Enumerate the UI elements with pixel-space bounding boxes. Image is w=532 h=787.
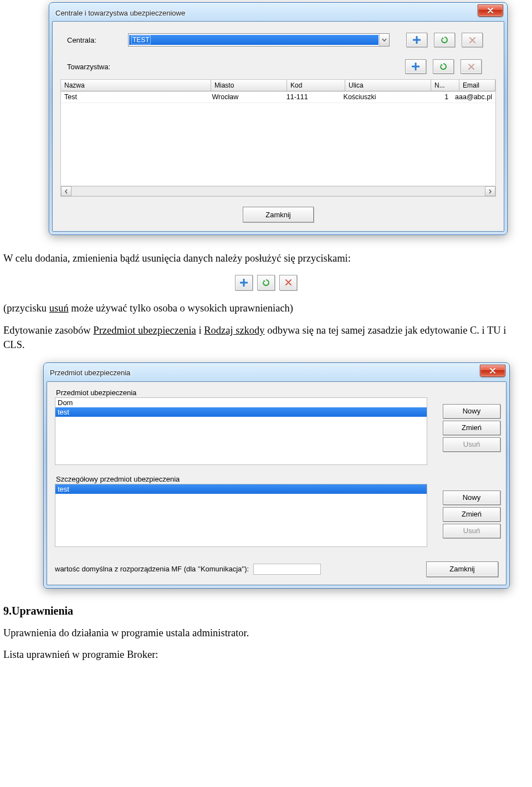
list2-delete-button[interactable]: Usuń <box>443 524 500 538</box>
centrala-dropdown[interactable]: TEST <box>128 33 390 47</box>
list1-new-button[interactable]: Nowy <box>443 404 500 418</box>
scroll-left-button[interactable] <box>61 186 71 196</box>
plus-icon <box>240 279 248 287</box>
refresh-icon <box>441 36 448 44</box>
refresh-icon <box>262 279 270 287</box>
centrala-delete-button[interactable] <box>462 33 483 47</box>
table-hscroll[interactable] <box>61 186 495 196</box>
paragraph-edit-info: Edytowanie zasobów Przedmiot ubezpieczen… <box>3 324 529 352</box>
scroll-right-button[interactable] <box>485 186 495 196</box>
window-title: Przedmiot ubezpieczenia <box>50 369 480 377</box>
chevron-left-icon <box>64 189 68 194</box>
demo-delete-button <box>279 275 297 290</box>
heading-9: 9.Uprawnienia <box>3 603 529 619</box>
list-szczegolowy[interactable]: test <box>55 484 427 547</box>
col-nazwa[interactable]: Nazwa <box>61 80 211 91</box>
list2-new-button[interactable]: Nowy <box>443 490 500 505</box>
plus-icon <box>412 63 420 70</box>
window-title: Centrale i towarzystwa ubezpieczeniowe <box>55 9 478 17</box>
section2-label: Szczegółowy przedmiot ubezpieczenia <box>56 475 498 483</box>
list2-edit-button[interactable]: Zmień <box>443 507 500 522</box>
list1-edit-button[interactable]: Zmień <box>443 421 500 435</box>
dropdown-arrow[interactable] <box>379 34 389 46</box>
window-przedmiot: Przedmiot ubezpieczenia Przedmiot ubezpi… <box>43 362 510 589</box>
towarzystwa-table[interactable]: Nazwa Miasto Kod Ulica N... Email Test W… <box>60 79 496 197</box>
paragraph-lista: Lista uprawnień w programie Broker: <box>3 648 529 662</box>
default-value-input[interactable] <box>253 564 321 575</box>
zamknij-button[interactable]: Zamknij <box>426 561 498 577</box>
col-email[interactable]: Email <box>459 80 495 91</box>
list-item[interactable]: Dom <box>55 398 427 407</box>
paragraph-note: (przycisku usuń może używać tylko osoba … <box>3 301 529 316</box>
chevron-right-icon <box>488 189 492 194</box>
list-item[interactable]: test <box>55 407 427 417</box>
towarzystwa-label: Towarzystwa: <box>60 63 128 71</box>
section1-label: Przedmiot ubezpieczenia <box>56 389 498 397</box>
table-row[interactable]: Test Wrocław 11-111 Kościuszki 1 aaa@abc… <box>61 91 495 103</box>
centrala-label: Centrala: <box>60 36 128 44</box>
window-close-button[interactable] <box>478 4 503 17</box>
delete-icon <box>469 37 476 44</box>
paragraph-administrator: Uprawnienia do działania w programie ust… <box>3 626 529 641</box>
chevron-down-icon <box>382 38 387 42</box>
refresh-icon <box>439 63 447 70</box>
delete-icon <box>285 279 292 286</box>
demo-add-button <box>235 275 253 290</box>
table-header: Nazwa Miasto Kod Ulica N... Email <box>61 80 495 91</box>
default-value-label: wartośc domyślna z rozporządzenia MF (dl… <box>55 565 249 573</box>
col-kod[interactable]: Kod <box>287 80 345 91</box>
demo-refresh-button <box>257 275 275 290</box>
close-icon <box>489 368 496 374</box>
zamknij-button[interactable]: Zamknij <box>243 207 314 222</box>
towarzystwa-refresh-button[interactable] <box>433 59 454 74</box>
list-item[interactable]: test <box>55 484 427 494</box>
close-icon <box>487 8 494 13</box>
centrala-value: TEST <box>131 35 151 44</box>
list1-delete-button[interactable]: Usuń <box>443 437 500 452</box>
paragraph-instructions: W celu dodania, zmienienia bądź usunięci… <box>3 252 529 266</box>
centrala-refresh-button[interactable] <box>434 33 455 47</box>
plus-icon <box>413 36 421 44</box>
towarzystwa-delete-button[interactable] <box>461 59 482 74</box>
window-centrale: Centrale i towarzystwa ubezpieczeniowe C… <box>49 2 508 235</box>
titlebar[interactable]: Centrale i towarzystwa ubezpieczeniowe <box>52 6 504 21</box>
towarzystwa-add-button[interactable] <box>405 59 426 74</box>
titlebar[interactable]: Przedmiot ubezpieczenia <box>47 366 507 381</box>
list-przedmiot[interactable]: Dom test <box>55 397 427 465</box>
col-n[interactable]: N... <box>431 80 459 91</box>
delete-icon <box>468 63 475 70</box>
centrala-add-button[interactable] <box>406 33 427 47</box>
col-ulica[interactable]: Ulica <box>345 80 431 91</box>
window-close-button[interactable] <box>480 365 505 377</box>
col-miasto[interactable]: Miasto <box>211 80 287 91</box>
